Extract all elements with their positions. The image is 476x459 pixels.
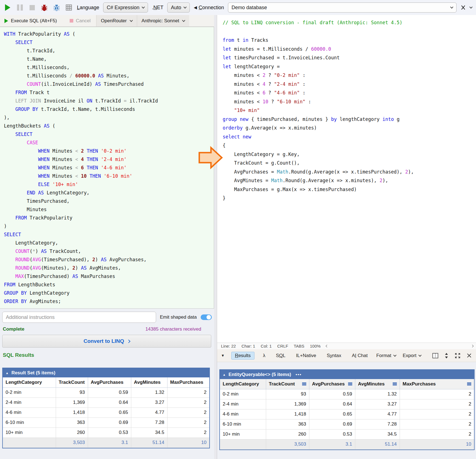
table-row[interactable]: 6-10 min3630.697.282 bbox=[220, 419, 474, 429]
chevron-down-icon bbox=[469, 5, 472, 8]
column-header-maxpurchases[interactable]: MaxPurchases bbox=[400, 379, 474, 389]
column-header-avgminutes[interactable]: AvgMinutes bbox=[131, 377, 167, 387]
collapse-table-icon[interactable]: ▲ bbox=[223, 373, 226, 376]
sql-editor[interactable]: WITH TrackPopularity AS ( SELECT t.Track… bbox=[0, 27, 214, 309]
clear-connection-button[interactable] bbox=[460, 5, 466, 10]
results-grid-button[interactable] bbox=[65, 3, 73, 12]
table-cell: 0.64 bbox=[88, 397, 131, 407]
dotnet-version-select[interactable]: Auto bbox=[167, 3, 190, 13]
column-header-trackcount[interactable]: TrackCount bbox=[56, 377, 88, 387]
code-line: COUNT(*) AS TrackCount, bbox=[4, 247, 214, 255]
panel-splitter[interactable] bbox=[214, 15, 217, 459]
table-menu-dots-icon[interactable]: ••• bbox=[296, 372, 302, 377]
column-header-lengthcategory[interactable]: LengthCategory bbox=[3, 377, 56, 387]
code-line: GROUP BY LengthCategory bbox=[4, 289, 214, 297]
column-header-trackcount[interactable]: TrackCount bbox=[266, 379, 309, 389]
column-header-avgminutes[interactable]: AvgMinutes bbox=[355, 379, 400, 389]
column-menu-icon[interactable] bbox=[348, 382, 352, 385]
red-bug-icon bbox=[40, 4, 48, 11]
table-row[interactable]: 2-4 min1,3690.643.272 bbox=[220, 399, 474, 409]
table-cell: 10+ min bbox=[220, 429, 266, 439]
breakpoint-bug-button[interactable]: 1 bbox=[52, 3, 61, 12]
table-cell: 0.53 bbox=[309, 429, 355, 439]
connection-menu-button[interactable] bbox=[470, 7, 472, 8]
table-title-bar[interactable]: ▲Result Set (5 items) bbox=[3, 368, 209, 377]
expand-results-button[interactable] bbox=[455, 353, 461, 359]
format-dropdown[interactable]: Format bbox=[376, 353, 396, 358]
column-menu-icon[interactable] bbox=[393, 382, 397, 385]
run-button[interactable] bbox=[3, 3, 12, 12]
code-line: let lengthCategory = bbox=[223, 62, 476, 71]
column-header-lengthcategory[interactable]: LengthCategory bbox=[220, 379, 266, 389]
collapse-results-icon[interactable]: ▼ bbox=[221, 353, 225, 358]
table-row[interactable]: 2-4 min1,3690.643.272 bbox=[3, 397, 209, 407]
table-row[interactable]: 10+ min2600.5334.52 bbox=[220, 429, 474, 439]
status-col: Col: 1 bbox=[261, 344, 272, 348]
column-label: AvgPurchases bbox=[91, 380, 123, 385]
column-menu-icon[interactable] bbox=[302, 382, 306, 385]
tab-syntax[interactable]: Syntax bbox=[325, 352, 343, 360]
play-icon bbox=[4, 19, 8, 23]
table-cell: 34.5 bbox=[131, 428, 167, 438]
stop-button[interactable] bbox=[28, 3, 36, 12]
convert-to-linq-button[interactable]: Convert to LINQ bbox=[2, 335, 211, 348]
table-row[interactable]: 0-2 min930.591.322 bbox=[220, 389, 474, 399]
column-header-maxpurchases[interactable]: MaxPurchases bbox=[167, 377, 209, 387]
export-dropdown[interactable]: Export bbox=[403, 353, 421, 358]
tab-ai-chat[interactable]: AI Chat bbox=[350, 352, 370, 360]
tab-results[interactable]: Results bbox=[231, 352, 254, 360]
table-cell: 2 bbox=[167, 418, 209, 428]
tab--[interactable]: λ bbox=[261, 352, 268, 360]
language-select[interactable]: C# Expression bbox=[103, 3, 148, 13]
code-line: ELSE '10+ min' bbox=[4, 180, 214, 189]
code-line: ), bbox=[4, 113, 214, 122]
additional-instructions-input[interactable] bbox=[2, 312, 156, 323]
cancel-label: Cancel bbox=[76, 18, 91, 24]
model-dropdown[interactable]: Anthropic: Sonnet bbox=[137, 15, 189, 26]
scroll-left-icon[interactable] bbox=[326, 345, 329, 348]
table-title: EntityQueryable<> (5 items) bbox=[229, 372, 291, 377]
collapse-table-icon[interactable]: ▲ bbox=[6, 371, 9, 375]
table-row[interactable]: 10+ min2600.5334.52 bbox=[3, 428, 209, 438]
export-label: Export bbox=[403, 353, 416, 358]
connection-collapse-icon[interactable]: ◀ bbox=[194, 5, 197, 10]
pause-button[interactable] bbox=[16, 3, 24, 12]
column-menu-icon[interactable] bbox=[467, 382, 471, 385]
column-header-avgpurchases[interactable]: AvgPurchases bbox=[88, 377, 131, 387]
scroll-right-icon[interactable] bbox=[471, 345, 474, 348]
provider-dropdown[interactable]: OpenRouter bbox=[96, 15, 137, 26]
close-results-button[interactable] bbox=[467, 353, 472, 358]
column-header-avgpurchases[interactable]: AvgPurchases bbox=[309, 379, 355, 389]
sql-results-heading: SQL Results bbox=[3, 352, 214, 360]
code-line: ORDER BY AvgMinutes; bbox=[4, 297, 214, 306]
table-cell: 260 bbox=[266, 429, 309, 439]
chevron-down-icon bbox=[418, 353, 421, 357]
code-line: Minutes bbox=[4, 205, 214, 214]
table-title-bar[interactable]: ▲EntityQueryable<> (5 items)••• bbox=[220, 370, 474, 379]
table-cell: 4-6 min bbox=[3, 407, 56, 418]
characters-received: 14385 characters received bbox=[145, 326, 201, 332]
split-view-button[interactable] bbox=[432, 353, 438, 358]
status-eol: CRLF bbox=[277, 344, 288, 348]
table-row[interactable]: 0-2 min930.591.322 bbox=[3, 387, 209, 397]
debug-button[interactable] bbox=[40, 3, 48, 12]
code-line: t.Milliseconds, bbox=[4, 63, 214, 72]
emit-shaped-data-toggle[interactable] bbox=[201, 314, 212, 320]
execute-sql-button[interactable]: Execute SQL (Alt+F5) bbox=[0, 15, 64, 26]
linq-editor[interactable]: // SQL to LINQ conversion - final draft … bbox=[217, 15, 476, 343]
sql-panel-toolbar: Execute SQL (Alt+F5) Cancel OpenRouter A… bbox=[0, 15, 214, 27]
autosize-rows-button[interactable] bbox=[445, 353, 448, 359]
table-row[interactable]: 4-6 min1,4180.654.772 bbox=[3, 407, 209, 418]
table-row[interactable]: 6-10 min3630.697.282 bbox=[3, 418, 209, 428]
cancel-button[interactable]: Cancel bbox=[64, 15, 96, 26]
tab-sql[interactable]: SQL bbox=[274, 352, 287, 360]
connection-select[interactable]: Demo database bbox=[228, 3, 456, 13]
code-line: WHEN Minutes < 6 THEN '4-6 min' bbox=[4, 163, 214, 172]
chevron-right-icon bbox=[127, 340, 130, 343]
tab-il-native[interactable]: IL+Native bbox=[294, 352, 318, 360]
table-row[interactable]: 4-6 min1,4180.654.772 bbox=[220, 409, 474, 419]
table-header-row: LengthCategoryTrackCountAvgPurchasesAvgM… bbox=[220, 379, 474, 389]
main-toolbar: 1 Language C# Expression .NET Auto ◀ Con… bbox=[0, 0, 476, 15]
sql-panel: Execute SQL (Alt+F5) Cancel OpenRouter A… bbox=[0, 15, 214, 459]
table-cell: 2 bbox=[400, 399, 474, 409]
